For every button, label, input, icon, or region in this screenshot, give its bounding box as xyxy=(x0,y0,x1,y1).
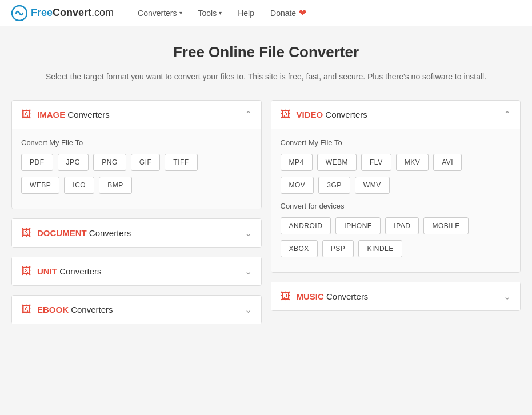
image-chevron-up-icon: ⌃ xyxy=(245,109,252,120)
image-card-header[interactable]: 🖼 IMAGE Converters ⌃ xyxy=(12,101,261,129)
ebook-card-header[interactable]: 🖼 EBOOK Converters ⌄ xyxy=(12,296,261,324)
unit-file-icon: 🖼 xyxy=(21,265,31,277)
device-mobile[interactable]: MOBILE xyxy=(423,217,468,234)
device-iphone[interactable]: IPHONE xyxy=(335,217,381,234)
unit-card-header[interactable]: 🖼 UNIT Converters ⌄ xyxy=(12,257,261,285)
format-flv[interactable]: FLV xyxy=(361,154,391,171)
device-psp[interactable]: PSP xyxy=(322,240,354,257)
format-pdf[interactable]: PDF xyxy=(21,154,53,171)
music-card-title: MUSIC Converters xyxy=(297,292,369,301)
logo-free: Free xyxy=(31,7,53,18)
ebook-file-icon: 🖼 xyxy=(21,304,31,316)
format-avi[interactable]: AVI xyxy=(433,154,462,171)
video-card-title: VIDEO Converters xyxy=(297,110,367,119)
image-formats-row1: PDF JPG PNG GIF TIFF xyxy=(21,154,252,171)
video-formats-row1: MP4 WEBM FLV MKV AVI xyxy=(281,154,511,171)
video-devices-row1: ANDROID IPHONE IPAD MOBILE xyxy=(281,217,511,234)
right-column: 🖼 VIDEO Converters ⌃ Convert My File To … xyxy=(271,100,521,324)
unit-converters-card: 🖼 UNIT Converters ⌄ xyxy=(11,257,262,286)
main-content: Free Online File Converter Select the ta… xyxy=(0,26,532,341)
tools-arrow-icon: ▾ xyxy=(219,10,222,16)
image-file-icon: 🖼 xyxy=(21,109,31,121)
video-formats-row2: MOV 3GP WMV xyxy=(281,177,511,194)
video-file-icon: 🖼 xyxy=(281,109,291,121)
video-converters-card: 🖼 VIDEO Converters ⌃ Convert My File To … xyxy=(271,100,521,273)
format-3gp[interactable]: 3GP xyxy=(318,177,350,194)
image-convert-label: Convert My File To xyxy=(21,138,252,147)
page-title: Free Online File Converter xyxy=(11,43,521,61)
device-android[interactable]: ANDROID xyxy=(281,217,331,234)
document-converters-card: 🖼 DOCUMENT Converters ⌄ xyxy=(11,218,262,248)
left-column: 🖼 IMAGE Converters ⌃ Convert My File To … xyxy=(11,100,262,324)
logo-convert: Convert xyxy=(53,7,91,18)
format-webp[interactable]: WEBP xyxy=(21,177,59,194)
image-converters-card: 🖼 IMAGE Converters ⌃ Convert My File To … xyxy=(11,100,262,209)
nav-converters[interactable]: Converters ▾ xyxy=(131,0,189,26)
converters-arrow-icon: ▾ xyxy=(179,10,182,16)
converters-grid: 🖼 IMAGE Converters ⌃ Convert My File To … xyxy=(11,100,521,324)
video-card-body: Convert My File To MP4 WEBM FLV MKV AVI … xyxy=(271,129,521,272)
format-png[interactable]: PNG xyxy=(93,154,126,171)
image-card-body: Convert My File To PDF JPG PNG GIF TIFF … xyxy=(12,129,261,209)
ebook-chevron-down-icon: ⌄ xyxy=(245,304,252,315)
image-card-title: IMAGE Converters xyxy=(37,110,110,119)
ebook-converters-card: 🖼 EBOOK Converters ⌄ xyxy=(11,295,262,324)
format-bmp[interactable]: BMP xyxy=(99,177,132,194)
music-file-icon: 🖼 xyxy=(281,290,291,302)
logo-icon xyxy=(11,5,27,21)
device-kindle[interactable]: KINDLE xyxy=(358,240,402,257)
unit-chevron-down-icon: ⌄ xyxy=(245,266,252,277)
image-formats-row2: WEBP ICO BMP xyxy=(21,177,252,194)
video-chevron-up-icon: ⌃ xyxy=(503,109,511,120)
format-tiff[interactable]: TIFF xyxy=(165,154,197,171)
format-gif[interactable]: GIF xyxy=(131,154,161,171)
nav-donate[interactable]: Donate ❤ xyxy=(263,0,313,26)
document-card-title: DOCUMENT Converters xyxy=(37,228,131,238)
format-mkv[interactable]: MKV xyxy=(396,154,429,171)
document-card-header[interactable]: 🖼 DOCUMENT Converters ⌄ xyxy=(12,219,261,247)
ebook-card-title: EBOOK Converters xyxy=(37,305,113,314)
document-file-icon: 🖼 xyxy=(21,227,31,239)
device-ipad[interactable]: IPAD xyxy=(385,217,419,234)
device-xbox[interactable]: XBOX xyxy=(281,240,318,257)
page-subtitle: Select the target format you want to con… xyxy=(11,70,521,83)
nav-help[interactable]: Help xyxy=(231,0,261,26)
format-wmv[interactable]: WMV xyxy=(355,177,390,194)
music-card-header[interactable]: 🖼 MUSIC Converters ⌄ xyxy=(271,282,521,310)
video-convert-file-label: Convert My File To xyxy=(281,138,511,147)
header: FreeConvert.com Converters ▾ Tools ▾ Hel… xyxy=(0,0,532,26)
format-webm[interactable]: WEBM xyxy=(317,154,357,171)
video-card-header[interactable]: 🖼 VIDEO Converters ⌃ xyxy=(271,101,521,129)
logo-domain: .com xyxy=(91,7,114,18)
heart-icon: ❤ xyxy=(299,7,306,18)
format-jpg[interactable]: JPG xyxy=(58,154,89,171)
music-chevron-down-icon: ⌄ xyxy=(503,291,511,302)
unit-card-title: UNIT Converters xyxy=(37,266,102,276)
logo[interactable]: FreeConvert.com xyxy=(11,5,114,21)
main-nav: Converters ▾ Tools ▾ Help Donate ❤ xyxy=(131,0,521,26)
nav-tools[interactable]: Tools ▾ xyxy=(191,0,229,26)
video-convert-device-label: Convert for devices xyxy=(281,202,511,210)
format-ico[interactable]: ICO xyxy=(64,177,94,194)
format-mov[interactable]: MOV xyxy=(281,177,314,194)
video-devices-row2: XBOX PSP KINDLE xyxy=(281,240,511,257)
document-chevron-down-icon: ⌄ xyxy=(245,228,252,238)
music-converters-card: 🖼 MUSIC Converters ⌄ xyxy=(271,282,521,311)
format-mp4[interactable]: MP4 xyxy=(281,154,313,171)
